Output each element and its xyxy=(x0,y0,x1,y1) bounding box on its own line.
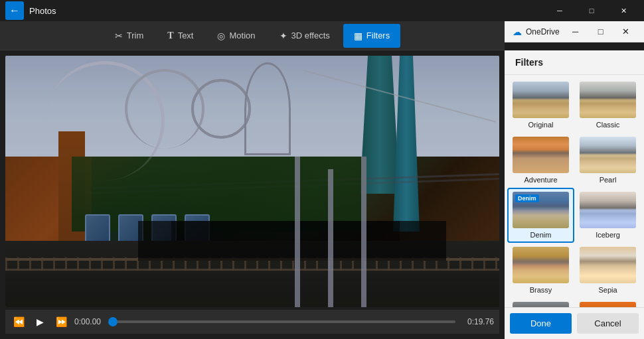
filter-adventure[interactable]: Adventure xyxy=(507,133,574,188)
3deffects-icon: ✦ xyxy=(280,31,287,41)
onedrive-controls: ─ □ ✕ xyxy=(564,23,638,41)
sidebar-title: Filters xyxy=(515,57,543,68)
content-area: ⏪ ▶ ⏩ 0:00.00 0:19.76 Filters xyxy=(0,50,644,339)
onedrive-close[interactable]: ✕ xyxy=(614,23,638,41)
progress-bar[interactable] xyxy=(113,320,455,323)
filter-brassy-label: Brassy xyxy=(530,286,552,294)
filter-denim-label: Denim xyxy=(530,231,552,239)
filter-classic-label: Classic xyxy=(596,121,619,129)
maximize-button[interactable]: □ xyxy=(576,0,607,21)
cancel-button[interactable]: Cancel xyxy=(577,313,639,334)
toolbar-3deffects[interactable]: ✦ 3D effects xyxy=(269,24,341,48)
filter-inky[interactable]: Inky xyxy=(507,298,574,307)
toolbar-filters-label: Filters xyxy=(366,31,390,40)
back-button[interactable]: ← xyxy=(5,1,24,20)
play-button[interactable]: ▶ xyxy=(32,314,48,330)
app-window: ← Photos ─ □ ✕ ✂ Trim T Text ◎ Motion xyxy=(0,0,644,339)
filters-icon: ▦ xyxy=(354,31,362,41)
onedrive-minimize[interactable]: ─ xyxy=(564,23,588,41)
toolbar-text-label: Text xyxy=(178,31,194,40)
titlebar: ← Photos ─ □ ✕ xyxy=(0,0,644,21)
onedrive-bar: ☁ OneDrive ─ □ ✕ xyxy=(505,21,644,42)
toolbar-text[interactable]: T Text xyxy=(157,24,204,48)
filter-classic[interactable]: Classic xyxy=(574,78,641,133)
window-controls: ─ □ ✕ xyxy=(544,0,639,21)
filter-iceberg-label: Iceberg xyxy=(596,231,620,239)
trim-icon: ✂ xyxy=(115,31,123,41)
progress-thumb[interactable] xyxy=(108,317,118,326)
filter-original[interactable]: Original xyxy=(507,78,574,133)
onedrive-icon: ☁ xyxy=(513,27,522,37)
motion-icon: ◎ xyxy=(217,31,225,41)
filter-pearl[interactable]: Pearl xyxy=(574,133,641,188)
toolbar-filters[interactable]: ▦ Filters xyxy=(343,24,400,48)
video-frame xyxy=(5,56,499,307)
denim-filter-overlay xyxy=(5,56,499,307)
playback-controls: ⏪ ▶ ⏩ 0:00.00 0:19.76 xyxy=(5,310,499,334)
filter-original-label: Original xyxy=(528,121,554,129)
filter-denim[interactable]: Denim Denim xyxy=(507,188,574,243)
onedrive-label: OneDrive xyxy=(526,27,560,36)
video-player xyxy=(5,56,499,307)
current-time: 0:00.00 xyxy=(74,317,108,326)
text-icon: T xyxy=(167,31,173,41)
minimize-button[interactable]: ─ xyxy=(544,0,575,21)
toolbar-trim[interactable]: ✂ Trim xyxy=(104,24,155,48)
selected-badge: Denim xyxy=(515,194,539,202)
total-time: 0:19.76 xyxy=(461,317,494,326)
filter-sepia[interactable]: Sepia xyxy=(574,243,641,298)
filter-energy[interactable]: Energy xyxy=(574,298,641,307)
skip-forward-button[interactable]: ⏩ xyxy=(53,314,69,330)
onedrive-maximize[interactable]: □ xyxy=(589,23,613,41)
filter-adventure-label: Adventure xyxy=(524,176,557,184)
filter-brassy[interactable]: Brassy xyxy=(507,243,574,298)
filter-pearl-label: Pearl xyxy=(600,176,617,184)
app-title: Photos xyxy=(29,6,544,16)
filter-sepia-label: Sepia xyxy=(598,286,617,294)
toolbar-3deffects-label: 3D effects xyxy=(291,31,330,40)
filters-grid: Original Classic Adventure xyxy=(505,75,644,307)
sidebar-action-buttons: Done Cancel xyxy=(505,307,644,339)
toolbar-motion-label: Motion xyxy=(229,31,255,40)
toolbar-motion[interactable]: ◎ Motion xyxy=(206,24,266,48)
filters-sidebar: Filters Original Classic xyxy=(505,50,644,339)
toolbar-trim-label: Trim xyxy=(127,31,144,40)
filter-iceberg[interactable]: Iceberg xyxy=(574,188,641,243)
video-area: ⏪ ▶ ⏩ 0:00.00 0:19.76 xyxy=(0,50,505,339)
sidebar-header: Filters xyxy=(505,50,644,75)
done-button[interactable]: Done xyxy=(510,313,572,334)
close-button[interactable]: ✕ xyxy=(608,0,639,21)
edit-toolbar: ✂ Trim T Text ◎ Motion ✦ 3D effects ▦ Fi… xyxy=(0,21,505,50)
rewind-button[interactable]: ⏪ xyxy=(11,314,27,330)
